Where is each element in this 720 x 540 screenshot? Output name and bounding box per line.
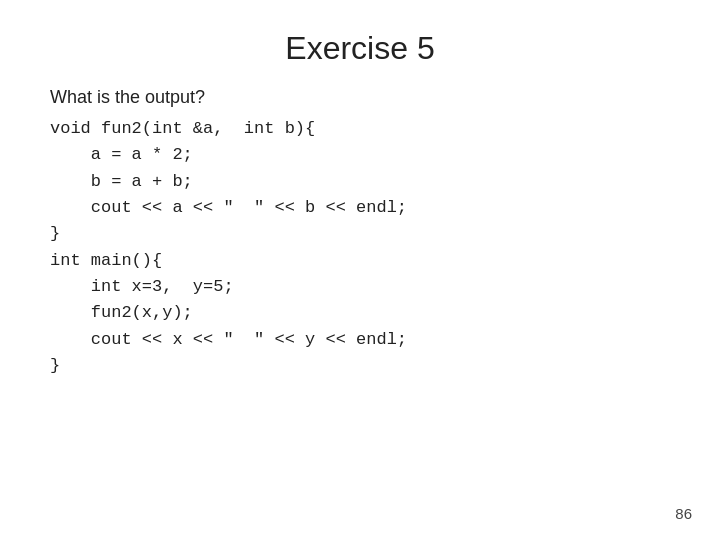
code-line-5: } bbox=[50, 224, 60, 243]
code-line-6: int main(){ bbox=[50, 251, 162, 270]
code-line-3: b = a + b; bbox=[50, 172, 193, 191]
code-block: void fun2(int &a, int b){ a = a * 2; b =… bbox=[50, 116, 670, 379]
page-number: 86 bbox=[675, 505, 692, 522]
code-line-10: } bbox=[50, 356, 60, 375]
slide-subtitle: What is the output? bbox=[50, 87, 670, 108]
code-line-1: void fun2(int &a, int b){ bbox=[50, 119, 315, 138]
slide-title: Exercise 5 bbox=[50, 30, 670, 67]
code-line-4: cout << a << " " << b << endl; bbox=[50, 198, 407, 217]
code-line-7: int x=3, y=5; bbox=[50, 277, 234, 296]
slide-container: Exercise 5 What is the output? void fun2… bbox=[0, 0, 720, 540]
code-line-9: cout << x << " " << y << endl; bbox=[50, 330, 407, 349]
code-line-2: a = a * 2; bbox=[50, 145, 193, 164]
code-line-8: fun2(x,y); bbox=[50, 303, 193, 322]
